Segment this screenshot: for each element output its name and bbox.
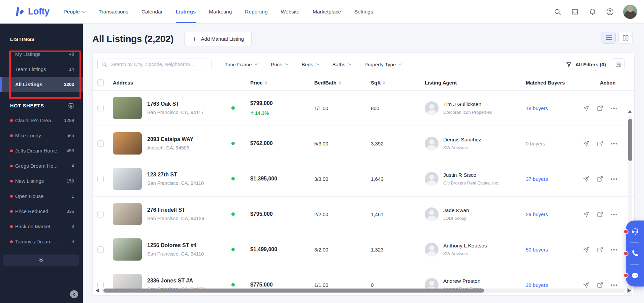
lofty-logo[interactable]: Lofty — [15, 6, 49, 17]
send-icon[interactable] — [583, 211, 589, 217]
more-actions-icon[interactable]: ••• — [611, 282, 618, 288]
nav-item-transactions[interactable]: Transactions — [99, 0, 128, 23]
nav-item-calendar[interactable]: Calendar — [141, 0, 163, 23]
row-checkbox[interactable] — [97, 211, 104, 217]
more-actions-icon[interactable]: ••• — [611, 247, 618, 252]
hot-sheet-item[interactable]: Jeffs Dream Home453 — [0, 143, 83, 158]
sidebar-collapse-circle-button[interactable] — [70, 290, 78, 298]
listing-photo[interactable] — [113, 238, 147, 261]
open-external-icon[interactable] — [597, 105, 603, 111]
column-header-bed-bath[interactable]: Bed/Bath — [314, 80, 371, 86]
add-manual-listing-button[interactable]: Add Manual Listing — [184, 32, 252, 46]
more-actions-icon[interactable]: ••• — [611, 176, 618, 182]
sidebar-collapse-bar[interactable] — [3, 255, 79, 266]
listing-photo[interactable] — [113, 168, 147, 190]
vertical-scroll-up-arrow[interactable] — [628, 110, 632, 113]
filter-dropdown-property-type[interactable]: Property Type — [364, 62, 402, 67]
sort-arrows-icon[interactable] — [383, 81, 385, 85]
filter-dropdown-beds[interactable]: Beds — [301, 62, 319, 67]
hot-sheet-item[interactable]: Gregs Dream Ho...4 — [0, 158, 83, 173]
send-icon[interactable] — [583, 176, 589, 182]
address-line[interactable]: 2336 Jones ST #A — [147, 278, 231, 284]
row-checkbox[interactable] — [97, 105, 104, 111]
hot-sheet-item[interactable]: Tammy's Dream ...4 — [0, 234, 83, 249]
horizontal-scrollbar-track[interactable] — [102, 289, 625, 293]
hot-sheet-item[interactable]: New Listings158 — [0, 173, 83, 189]
address-line[interactable]: 1256 Dolores ST #4 — [147, 242, 231, 248]
more-actions-icon[interactable]: ••• — [611, 141, 618, 146]
more-actions-icon[interactable]: ••• — [611, 105, 618, 111]
nav-item-people[interactable]: People — [63, 0, 85, 23]
nav-item-marketplace[interactable]: Marketplace — [313, 0, 341, 23]
support-agent-button[interactable] — [626, 227, 644, 236]
help-icon[interactable] — [606, 7, 614, 16]
save-filter-button[interactable] — [612, 58, 625, 70]
address-line[interactable]: 1763 Oak ST — [147, 101, 231, 107]
nav-item-marketing[interactable]: Marketing — [209, 0, 232, 23]
sidebar-item-my-listings[interactable]: My Listings48 — [0, 46, 83, 62]
chat-button[interactable] — [626, 271, 644, 280]
inbox-icon[interactable] — [571, 7, 579, 16]
matched-buyers-link[interactable]: 50 buyers — [526, 247, 583, 252]
user-avatar[interactable] — [623, 5, 637, 19]
open-external-icon[interactable] — [597, 140, 603, 147]
listing-photo[interactable] — [113, 97, 147, 119]
send-icon[interactable] — [583, 282, 589, 288]
address-line[interactable]: 276 Friedell ST — [147, 207, 231, 213]
more-actions-icon[interactable]: ••• — [611, 211, 618, 217]
open-external-icon[interactable] — [597, 282, 603, 288]
listing-photo[interactable] — [113, 132, 147, 155]
bell-icon[interactable] — [588, 7, 597, 16]
matched-buyers-link[interactable]: 29 buyers — [526, 211, 583, 217]
filter-dropdown-price[interactable]: Price — [271, 62, 289, 67]
hot-sheet-item[interactable]: Mike Lundy565 — [0, 128, 83, 143]
open-external-icon[interactable] — [597, 211, 603, 217]
send-icon[interactable] — [583, 246, 589, 253]
listing-photo[interactable] — [113, 203, 147, 225]
listing-photo[interactable] — [113, 274, 147, 290]
matched-buyers-link[interactable]: 28 buyers — [526, 282, 583, 288]
sort-arrows-icon[interactable] — [339, 81, 341, 85]
hot-sheet-item[interactable]: Claudine's Drea...1299 — [0, 113, 83, 128]
all-filters-button[interactable]: All Filters (0) — [566, 61, 606, 67]
row-checkbox[interactable] — [97, 176, 104, 182]
send-icon[interactable] — [583, 105, 589, 111]
hot-sheet-item[interactable]: Back on Market3 — [0, 219, 83, 234]
vertical-scrollbar-thumb[interactable] — [628, 119, 632, 161]
select-all-checkbox[interactable] — [97, 79, 104, 86]
call-button[interactable] — [626, 249, 644, 257]
send-icon[interactable] — [583, 140, 589, 147]
scroll-right-arrow[interactable] — [627, 288, 631, 293]
column-view-icon[interactable] — [618, 32, 633, 44]
column-header-price[interactable]: Price — [250, 80, 314, 86]
search-icon[interactable] — [553, 7, 562, 16]
hot-sheet-item[interactable]: Price Reduced336 — [0, 204, 83, 219]
address-line[interactable]: 123 27th ST — [147, 172, 231, 178]
row-checkbox[interactable] — [97, 282, 104, 288]
nav-item-reporting[interactable]: Reporting — [245, 0, 267, 23]
gear-icon[interactable] — [68, 103, 74, 109]
hot-sheet-item[interactable]: Open House1 — [0, 189, 83, 204]
column-header-sqft[interactable]: Sqft — [371, 80, 425, 86]
nav-item-website[interactable]: Website — [281, 0, 300, 23]
address-line[interactable]: 2093 Catalpa WAY — [147, 136, 231, 142]
nav-item-settings[interactable]: Settings — [354, 0, 373, 23]
sidebar-item-all-listings[interactable]: All Listings2202 — [0, 77, 83, 92]
scroll-left-arrow[interactable] — [96, 288, 99, 293]
matched-buyers-link[interactable]: 18 buyers — [526, 105, 583, 111]
listings-list: My Listings48Team Listings14All Listings… — [0, 46, 83, 92]
open-external-icon[interactable] — [597, 246, 603, 253]
row-checkbox[interactable] — [97, 140, 104, 147]
filter-dropdown-time-frame[interactable]: Time Frame — [225, 62, 258, 67]
horizontal-scrollbar-thumb[interactable] — [103, 289, 484, 293]
row-checkbox[interactable] — [97, 246, 104, 253]
matched-buyers-link[interactable]: 37 buyers — [526, 176, 583, 182]
agent-avatar — [425, 137, 439, 150]
search-input[interactable] — [110, 62, 207, 67]
list-view-icon[interactable] — [602, 32, 616, 44]
sidebar-item-team-listings[interactable]: Team Listings14 — [0, 62, 83, 77]
nav-item-listings[interactable]: Listings — [176, 0, 196, 23]
sort-arrows-icon[interactable] — [265, 81, 267, 85]
open-external-icon[interactable] — [597, 176, 603, 182]
filter-dropdown-baths[interactable]: Baths — [332, 62, 352, 67]
